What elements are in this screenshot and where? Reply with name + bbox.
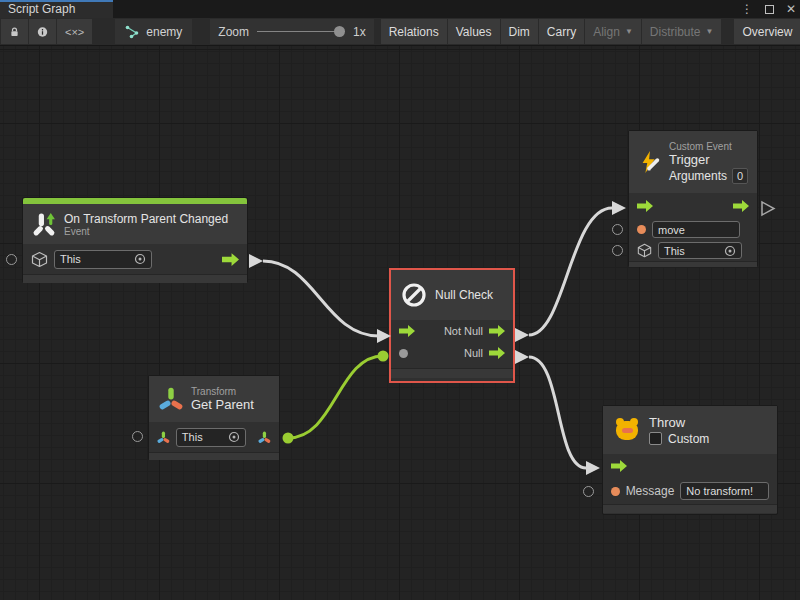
zoom-control: Zoom 1x: [210, 19, 373, 44]
graph-toolbar: <×> enemy Zoom 1x Relations Values Dim C…: [0, 18, 800, 46]
port-row: This: [23, 244, 247, 274]
flow-output-arrow[interactable]: [733, 200, 749, 212]
node-header: On Transform Parent Changed Event: [23, 204, 247, 244]
node-footer: [23, 274, 247, 283]
value-port-dot[interactable]: [637, 225, 646, 234]
zoom-value: 1x: [353, 25, 366, 39]
node-throw[interactable]: Throw Custom Message No transform!: [602, 405, 778, 515]
custom-event-name-port[interactable]: [612, 224, 623, 235]
node-header: Transform Get Parent: [149, 376, 279, 422]
wire-arrowhead: [515, 350, 529, 364]
node-get-parent[interactable]: Transform Get Parent This: [148, 375, 280, 460]
custom-checkbox[interactable]: [649, 432, 662, 445]
zoom-slider[interactable]: [257, 31, 345, 32]
distribute-dropdown[interactable]: Distribute ▼: [642, 19, 722, 44]
node-title: Throw: [649, 415, 709, 430]
node-footer: [603, 504, 777, 513]
kebab-menu-icon[interactable]: ⋮: [741, 2, 753, 16]
dim-button[interactable]: Dim: [501, 19, 538, 44]
code-icon: <×>: [65, 26, 84, 38]
chevron-down-icon: ▼: [625, 27, 633, 36]
cube-icon: [637, 243, 652, 258]
node-header: Custom Event Trigger Arguments 0: [629, 131, 757, 193]
arguments-label: Arguments: [669, 169, 727, 183]
node-footer: [149, 452, 279, 460]
wire-event-to-nullcheck[interactable]: [263, 261, 379, 336]
arguments-field[interactable]: 0: [732, 168, 748, 184]
node-header: Null Check: [391, 270, 513, 320]
port-row: Message No transform!: [603, 478, 777, 504]
event-this-port[interactable]: [6, 254, 17, 265]
null-check-icon: [400, 281, 428, 309]
port-row: [629, 193, 757, 219]
wire-null-to-throw[interactable]: [529, 357, 586, 468]
wire-arrowhead: [515, 328, 529, 342]
node-title: Get Parent: [191, 397, 254, 412]
code-view-button[interactable]: <×>: [57, 19, 92, 44]
custom-event-this-port[interactable]: [612, 245, 623, 256]
flow-output-arrow[interactable]: [222, 253, 239, 266]
throw-message-port[interactable]: [583, 486, 594, 497]
transform-event-icon: [32, 212, 57, 237]
lock-button[interactable]: [1, 19, 28, 44]
message-field[interactable]: No transform!: [680, 482, 769, 500]
tab-script-graph[interactable]: Script Graph: [0, 0, 113, 18]
node-custom-event[interactable]: Custom Event Trigger Arguments 0: [628, 130, 758, 267]
values-button[interactable]: Values: [448, 19, 500, 44]
flow-output-arrow[interactable]: [489, 347, 505, 359]
event-name-field[interactable]: move: [652, 221, 740, 238]
node-title: Null Check: [435, 288, 493, 302]
flow-input-arrow[interactable]: [399, 325, 415, 337]
transform-port-icon[interactable]: [157, 430, 170, 445]
throw-icon: [612, 416, 642, 444]
carry-button[interactable]: Carry: [539, 19, 584, 44]
this-dropdown[interactable]: This: [176, 428, 246, 447]
node-footer: [391, 368, 513, 378]
node-title: Trigger: [669, 152, 748, 167]
port-row: Not Null: [391, 320, 513, 342]
node-subtitle: Event: [64, 226, 228, 237]
window-controls: ⋮ ✕: [741, 0, 796, 18]
target-icon[interactable]: [724, 245, 736, 257]
this-dropdown[interactable]: This: [54, 250, 152, 269]
relations-button[interactable]: Relations: [381, 19, 447, 44]
node-null-check[interactable]: Null Check Not Null Null: [391, 270, 513, 381]
zoom-slider-knob[interactable]: [334, 26, 345, 37]
graph-pointer[interactable]: enemy: [115, 19, 192, 44]
target-icon[interactable]: [228, 431, 240, 443]
custom-label: Custom: [668, 432, 709, 446]
tab-bar: Script Graph ⋮ ✕: [0, 0, 800, 18]
node-title: On Transform Parent Changed: [64, 212, 228, 226]
port-row: move: [629, 219, 757, 240]
node-on-transform-parent-changed[interactable]: On Transform Parent Changed Event This: [22, 197, 248, 283]
flow-continuation-triangle[interactable]: [762, 202, 774, 215]
null-label: Null: [464, 347, 483, 359]
wire-arrowhead: [586, 461, 600, 475]
close-icon[interactable]: ✕: [786, 2, 796, 16]
wire-notnull-to-customevent[interactable]: [529, 208, 612, 335]
flow-input-arrow[interactable]: [611, 460, 627, 472]
get-parent-this-port[interactable]: [132, 431, 143, 442]
transform-icon: [158, 386, 184, 412]
chevron-down-icon: ▼: [706, 27, 714, 36]
info-button[interactable]: [29, 19, 56, 44]
wire-getparent-to-nullcheck[interactable]: [288, 356, 383, 438]
maximize-icon[interactable]: [765, 5, 774, 14]
lock-icon: [9, 25, 20, 39]
graph-canvas[interactable]: On Transform Parent Changed Event This: [0, 46, 800, 600]
target-icon[interactable]: [134, 253, 146, 265]
flow-input-arrow[interactable]: [637, 200, 653, 212]
value-port-dot[interactable]: [399, 349, 408, 358]
port-row: Null: [391, 342, 513, 364]
value-port-dot[interactable]: [611, 487, 620, 496]
tab-title: Script Graph: [8, 2, 75, 16]
port-row: This: [629, 240, 757, 261]
transform-output-port-icon[interactable]: [258, 430, 271, 445]
this-dropdown[interactable]: This: [658, 242, 742, 259]
overview-button[interactable]: Overview: [734, 19, 800, 44]
align-dropdown[interactable]: Align ▼: [585, 19, 641, 44]
flow-output-arrow[interactable]: [489, 325, 505, 337]
info-icon: [37, 25, 48, 39]
cube-icon: [31, 251, 48, 268]
wire-arrowhead: [249, 254, 263, 268]
